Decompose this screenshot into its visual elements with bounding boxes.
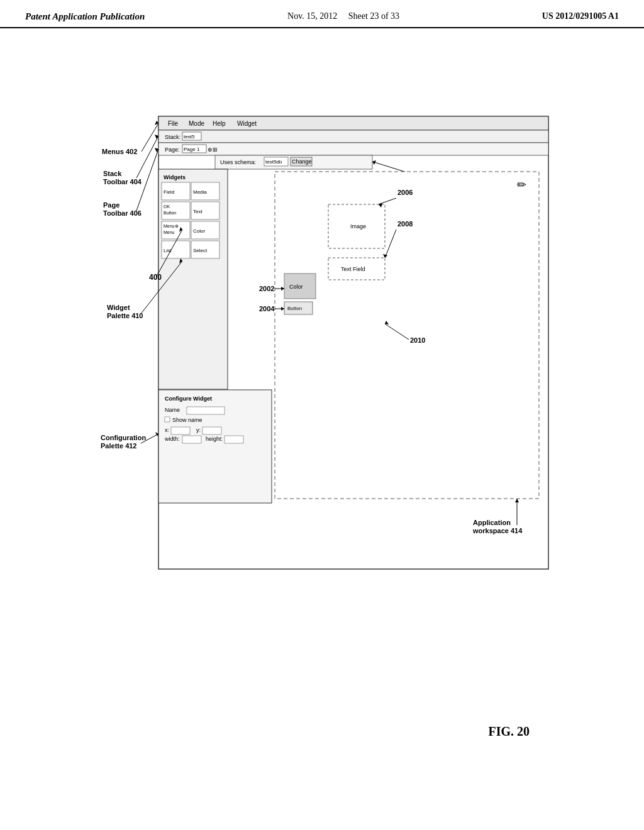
svg-text:Field: Field	[164, 189, 174, 195]
svg-text:Configuration: Configuration	[101, 434, 146, 441]
svg-text:Show name: Show name	[172, 417, 203, 423]
svg-text:✏: ✏	[517, 179, 526, 191]
sheet-info: Sheet 23 of 33	[348, 11, 399, 21]
svg-text:Menus 402: Menus 402	[102, 148, 137, 155]
svg-text:Widgets: Widgets	[164, 174, 186, 180]
svg-text:Media: Media	[193, 189, 207, 195]
svg-text:test5db: test5db	[265, 159, 282, 165]
svg-text:2002: 2002	[259, 285, 274, 292]
svg-rect-67	[165, 417, 170, 422]
svg-text:⊕⊞: ⊕⊞	[208, 147, 218, 153]
svg-text:Image: Image	[350, 223, 366, 230]
svg-text:Color: Color	[289, 284, 303, 290]
svg-text:Text: Text	[193, 209, 203, 214]
svg-text:Toolbar 404: Toolbar 404	[103, 178, 142, 185]
svg-rect-9	[158, 130, 548, 143]
svg-text:2006: 2006	[397, 189, 413, 196]
svg-text:Stack: Stack	[103, 170, 122, 177]
svg-text:2004: 2004	[259, 305, 275, 313]
svg-text:workspace 414: workspace 414	[472, 527, 523, 534]
svg-text:OK: OK	[164, 204, 170, 209]
svg-text:Button: Button	[287, 306, 302, 311]
svg-rect-70	[171, 427, 190, 434]
publication-title: Patent Application Publication	[25, 11, 145, 22]
figure-area: File Mode Help Widget Menus 402 Stack: t…	[52, 66, 592, 758]
diagram-svg: File Mode Help Widget Menus 402 Stack: t…	[89, 79, 580, 645]
svg-text:y:: y:	[196, 427, 201, 433]
svg-text:Button: Button	[164, 211, 176, 215]
svg-text:Name: Name	[165, 407, 180, 413]
svg-text:Stack:: Stack:	[165, 134, 180, 140]
main-content: File Mode Help Widget Menus 402 Stack: t…	[0, 28, 644, 758]
svg-text:400: 400	[149, 273, 162, 282]
svg-text:Page 1: Page 1	[184, 147, 200, 152]
svg-text:Palette 410: Palette 410	[107, 312, 143, 319]
svg-text:height:: height:	[206, 436, 223, 442]
svg-text:Mode: Mode	[189, 120, 204, 127]
svg-text:Page:: Page:	[165, 147, 180, 153]
page-header: Patent Application Publication Nov. 15, …	[0, 0, 644, 28]
svg-text:x:: x:	[165, 427, 169, 433]
svg-text:2010: 2010	[410, 336, 425, 344]
publication-date: Nov. 15, 2012	[287, 11, 337, 21]
svg-rect-72	[203, 427, 221, 434]
svg-text:Uses schema:: Uses schema:	[220, 159, 256, 165]
header-center: Nov. 15, 2012 Sheet 23 of 33	[287, 11, 399, 21]
svg-text:Application: Application	[473, 519, 511, 526]
svg-text:Color: Color	[193, 228, 205, 234]
patent-number: US 2012/0291005 A1	[542, 11, 619, 21]
svg-rect-76	[225, 436, 243, 443]
svg-text:Toolbar 406: Toolbar 406	[103, 209, 142, 217]
svg-text:width:: width:	[164, 436, 180, 442]
svg-text:Help: Help	[213, 120, 226, 127]
svg-rect-74	[182, 436, 201, 443]
svg-text:File: File	[168, 120, 179, 127]
svg-text:Text Field: Text Field	[341, 266, 365, 272]
svg-text:Menu⊕: Menu⊕	[164, 224, 179, 228]
svg-text:Menu: Menu	[164, 230, 175, 235]
svg-text:test5: test5	[184, 134, 195, 140]
svg-text:Page: Page	[103, 201, 119, 209]
svg-text:Palette 412: Palette 412	[101, 442, 136, 450]
svg-text:Configure Widget: Configure Widget	[165, 396, 212, 402]
svg-text:Widget: Widget	[237, 120, 257, 127]
svg-text:Change: Change	[292, 158, 312, 165]
figure-label: FIG. 20	[488, 724, 530, 739]
svg-rect-66	[187, 407, 225, 414]
svg-text:Select: Select	[193, 248, 208, 253]
svg-text:Widget: Widget	[107, 304, 130, 311]
svg-text:2008: 2008	[397, 220, 413, 228]
